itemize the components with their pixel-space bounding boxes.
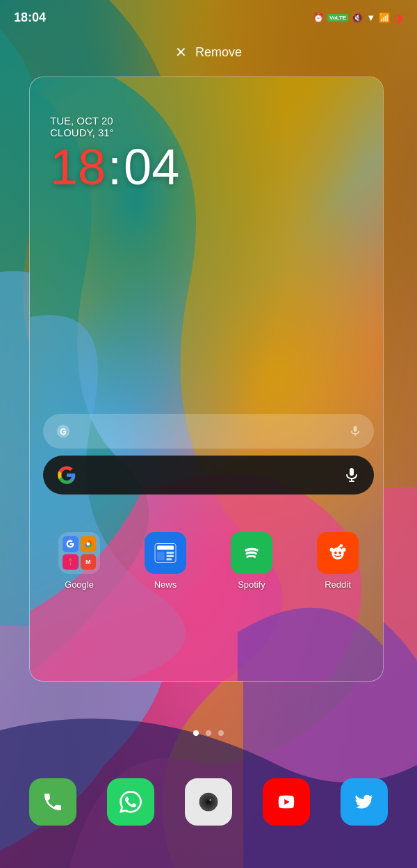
dock-youtube[interactable] bbox=[263, 778, 310, 826]
svg-text:G: G bbox=[60, 427, 66, 437]
time-colon: : bbox=[108, 142, 122, 192]
svg-rect-9 bbox=[157, 546, 174, 550]
google-logo bbox=[57, 465, 76, 485]
apps-row: 📍 M Google News bbox=[36, 532, 381, 590]
svg-rect-12 bbox=[167, 555, 174, 557]
svg-point-18 bbox=[338, 552, 341, 554]
svg-rect-4 bbox=[350, 468, 354, 476]
time-minute: 04 bbox=[124, 142, 179, 192]
alarm-icon: ⏰ bbox=[313, 13, 324, 23]
spotify-app-icon bbox=[231, 532, 272, 574]
dock-camera[interactable] bbox=[185, 778, 232, 826]
volte-icon: VoLTE bbox=[327, 14, 348, 22]
svg-point-7 bbox=[86, 542, 90, 546]
remove-bar[interactable]: ✕ Remove bbox=[0, 35, 417, 70]
svg-point-19 bbox=[329, 547, 334, 552]
maps-mini-icon: 📍 bbox=[63, 554, 79, 570]
google-search-bar[interactable] bbox=[43, 456, 374, 495]
svg-point-20 bbox=[342, 547, 346, 552]
google-label: Google bbox=[65, 579, 94, 590]
app-item-reddit[interactable]: Reddit bbox=[310, 532, 366, 590]
svg-rect-13 bbox=[167, 558, 172, 561]
time-hour: 18 bbox=[50, 142, 106, 192]
time-display: 18 : 04 bbox=[50, 142, 179, 192]
app-item-spotify[interactable]: Spotify bbox=[224, 532, 279, 590]
svg-rect-10 bbox=[157, 552, 165, 561]
page-dots bbox=[0, 730, 417, 736]
status-bar: 18:04 ⏰ VoLTE 🔇 ▼ 📶 ◑ bbox=[0, 0, 417, 35]
svg-point-27 bbox=[209, 799, 211, 801]
mic-ghost-icon bbox=[349, 425, 361, 437]
mic-icon[interactable] bbox=[343, 467, 360, 483]
date-label: TUE, OCT 20 bbox=[50, 115, 179, 127]
remove-label: Remove bbox=[195, 45, 242, 60]
status-time: 18:04 bbox=[14, 10, 46, 25]
page-dot-2[interactable] bbox=[206, 730, 211, 736]
gmail-mini-icon: M bbox=[81, 554, 97, 570]
google-g-ghost-icon: G bbox=[56, 424, 71, 439]
reddit-app-icon bbox=[317, 532, 359, 574]
close-icon[interactable]: ✕ bbox=[175, 44, 187, 61]
app-item-google[interactable]: 📍 M Google bbox=[51, 532, 107, 590]
dock-phone[interactable] bbox=[29, 778, 76, 826]
datetime-widget: TUE, OCT 20 CLOUDY, 31° 18 : 04 bbox=[50, 115, 179, 192]
svg-point-17 bbox=[334, 552, 337, 554]
app-item-news[interactable]: News bbox=[138, 532, 193, 590]
svg-rect-11 bbox=[167, 552, 174, 554]
mute-icon: 🔇 bbox=[352, 13, 363, 23]
page-dot-3[interactable] bbox=[218, 730, 224, 736]
status-icons: ⏰ VoLTE 🔇 ▼ 📶 ◑ bbox=[313, 11, 403, 24]
spotify-label: Spotify bbox=[238, 579, 265, 590]
weather-label: CLOUDY, 31° bbox=[50, 127, 179, 138]
battery-icon: ◑ bbox=[393, 11, 403, 24]
svg-rect-2 bbox=[354, 426, 357, 432]
chrome-mini-icon bbox=[81, 536, 97, 552]
dock-whatsapp[interactable] bbox=[107, 778, 154, 826]
reddit-label: Reddit bbox=[325, 579, 351, 590]
news-app-icon bbox=[145, 532, 186, 574]
signal-icon: 📶 bbox=[379, 13, 390, 23]
search-widget-ghost[interactable]: G bbox=[43, 414, 374, 449]
wifi-icon: ▼ bbox=[366, 13, 375, 23]
google-folder-icon: 📍 M bbox=[58, 532, 100, 574]
page-dot-1[interactable] bbox=[193, 730, 199, 736]
google-mini-icon bbox=[63, 536, 79, 552]
news-label: News bbox=[154, 579, 177, 590]
dock bbox=[14, 764, 403, 840]
dock-twitter[interactable] bbox=[341, 778, 388, 826]
